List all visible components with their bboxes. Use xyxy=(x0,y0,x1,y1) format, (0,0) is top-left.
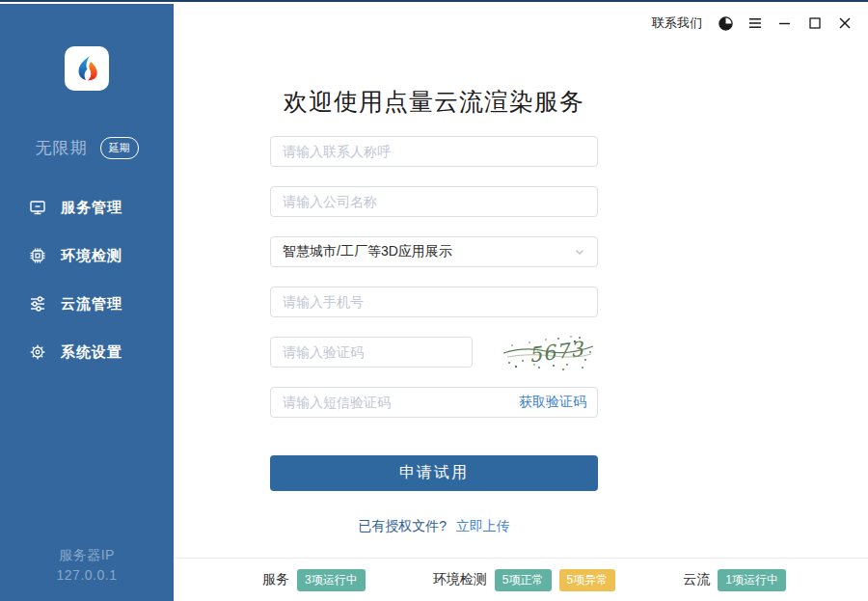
industry-selected-value: 智慧城市/工厂等3D应用展示 xyxy=(283,243,452,260)
license-duration: 无限期 xyxy=(36,137,88,159)
sms-row: 获取验证码 xyxy=(270,387,598,418)
maximize-icon[interactable] xyxy=(806,14,824,32)
flame-icon xyxy=(72,54,101,83)
captcha-row: 5673 xyxy=(270,337,598,368)
server-ip-value: 127.0.0.1 xyxy=(0,565,174,586)
sidebar-item-label: 系统设置 xyxy=(61,343,122,362)
sidebar: 无限期 延期 服务管理 xyxy=(0,4,174,601)
sidebar-item-label: 云流管理 xyxy=(61,295,122,314)
contact-us-link[interactable]: 联系我们 xyxy=(652,14,702,32)
status-label: 服务 xyxy=(262,571,289,588)
page-title: 欢迎使用点量云流渲染服务 xyxy=(270,87,598,116)
close-icon[interactable] xyxy=(836,14,854,32)
sidebar-item-label: 服务管理 xyxy=(61,199,122,217)
status-badge: 5项异常 xyxy=(559,569,616,591)
upload-row: 已有授权文件? 立即上传 xyxy=(270,518,598,535)
industry-select[interactable]: 智慧城市/工厂等3D应用展示 xyxy=(270,236,598,267)
chip-icon xyxy=(29,247,46,264)
company-name-input[interactable] xyxy=(270,186,598,217)
status-group-environment: 环境检测 5项正常 5项异常 xyxy=(433,569,615,591)
sidebar-menu: 服务管理 环境检测 云流管理 xyxy=(0,183,174,376)
sidebar-item-label: 环境检测 xyxy=(61,247,122,265)
minimize-icon[interactable] xyxy=(776,14,794,32)
status-bar: 服务 3项运行中 环境检测 5项正常 5项异常 云流 1项运行中 xyxy=(174,558,868,601)
sidebar-item-environment[interactable]: 环境检测 xyxy=(0,232,174,280)
status-badge: 5项正常 xyxy=(495,569,552,591)
sliders-icon xyxy=(29,295,46,313)
sidebar-item-cloudstream[interactable]: 云流管理 xyxy=(0,280,174,328)
status-label: 环境检测 xyxy=(433,571,487,588)
main-area: 联系我们 xyxy=(174,4,868,601)
chevron-down-icon xyxy=(574,246,585,258)
sidebar-item-service[interactable]: 服务管理 xyxy=(0,183,174,232)
app-window: 无限期 延期 服务管理 xyxy=(0,0,868,601)
server-ip-label: 服务器IP xyxy=(0,545,174,565)
gear-icon xyxy=(29,343,46,361)
get-sms-code-button[interactable]: 获取验证码 xyxy=(519,387,586,418)
phone-input[interactable] xyxy=(270,287,598,317)
globe-icon[interactable] xyxy=(717,14,734,32)
license-row: 无限期 延期 xyxy=(0,137,174,159)
app-logo xyxy=(65,46,109,91)
captcha-image[interactable]: 5673 xyxy=(500,331,598,373)
titlebar-controls: 联系我们 xyxy=(652,14,854,32)
contact-name-input[interactable] xyxy=(270,136,598,167)
monitor-icon xyxy=(29,199,46,216)
trial-form: 欢迎使用点量云流渲染服务 智慧城市/工厂等3D应用展示 5673 xyxy=(270,4,598,535)
captcha-input[interactable] xyxy=(270,337,473,368)
upload-now-link[interactable]: 立即上传 xyxy=(456,518,510,533)
status-group-service: 服务 3项运行中 xyxy=(262,569,366,591)
captcha-code-text: 5673 xyxy=(528,338,586,368)
status-group-cloudstream: 云流 1项运行中 xyxy=(683,569,786,591)
apply-trial-button[interactable]: 申请试用 xyxy=(270,455,598,491)
sidebar-item-settings[interactable]: 系统设置 xyxy=(0,328,174,376)
server-info: 服务器IP 127.0.0.1 xyxy=(0,545,174,586)
status-badge: 3项运行中 xyxy=(297,569,366,591)
menu-icon[interactable] xyxy=(746,14,764,32)
renew-button[interactable]: 延期 xyxy=(100,137,139,159)
status-label: 云流 xyxy=(683,571,710,588)
status-badge: 1项运行中 xyxy=(718,569,786,591)
license-exists-hint: 已有授权文件? xyxy=(358,518,447,533)
